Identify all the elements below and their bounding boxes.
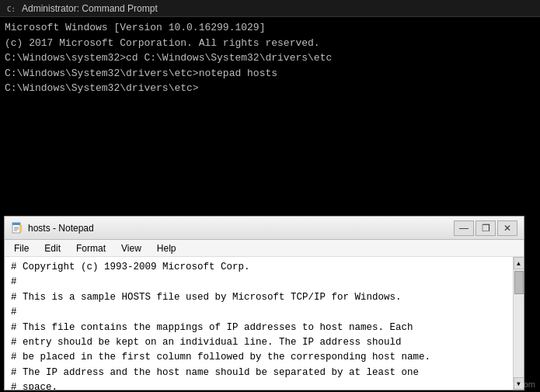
cmd-title: Administrator: Command Prompt	[22, 3, 534, 14]
svg-rect-7	[19, 225, 22, 231]
menu-item-format[interactable]: Format	[70, 241, 112, 255]
watermark: wsxdn.com	[493, 380, 535, 389]
titlebar-controls: — ❐ ✕	[454, 220, 517, 236]
minimize-button[interactable]: —	[454, 220, 474, 236]
menu-item-file[interactable]: File	[8, 241, 35, 255]
scrollbar-track	[514, 269, 524, 377]
notepad-menubar: FileEditFormatViewHelp	[5, 240, 524, 257]
maximize-button[interactable]: ❐	[476, 220, 496, 236]
notepad-line: # space.	[11, 380, 517, 390]
notepad-line: # be placed in the first column followed…	[11, 350, 517, 365]
cmd-line: Microsoft Windows [Version 10.0.16299.10…	[5, 20, 535, 36]
notepad-line: # This file contains the mappings of IP …	[11, 321, 517, 335]
menu-item-edit[interactable]: Edit	[38, 241, 67, 255]
svg-rect-3	[12, 223, 20, 225]
notepad-content[interactable]: # Copyright (c) 1993-2009 Microsoft Corp…	[5, 257, 524, 390]
scrollbar[interactable]: ▲ ▼	[513, 257, 524, 390]
menu-item-help[interactable]: Help	[151, 241, 183, 255]
notepad-line: # Copyright (c) 1993-2009 Microsoft Corp…	[11, 260, 517, 275]
cmd-line: (c) 2017 Microsoft Corporation. All righ…	[5, 36, 535, 51]
notepad-line: # The IP address and the host name shoul…	[11, 366, 517, 380]
cmd-line: C:\Windows\System32\drivers\etc>notepad …	[5, 66, 535, 82]
scrollbar-up-button[interactable]: ▲	[514, 257, 524, 269]
cmd-icon: C:	[6, 3, 17, 14]
cmd-content: Microsoft Windows [Version 10.0.16299.10…	[0, 17, 540, 213]
cmd-line: C:\Windows\System32\drivers\etc>	[5, 81, 535, 96]
notepad-window: hosts - Notepad — ❐ ✕ FileEditFormatView…	[4, 216, 524, 390]
cmd-titlebar: C: Administrator: Command Prompt	[0, 0, 540, 17]
notepad-titlebar: hosts - Notepad — ❐ ✕	[5, 217, 524, 240]
scrollbar-thumb[interactable]	[514, 271, 524, 294]
menu-item-view[interactable]: View	[115, 241, 148, 255]
notepad-line: #	[11, 305, 517, 320]
notepad-line: #	[11, 275, 517, 290]
notepad-line: # This is a sample HOSTS file used by Mi…	[11, 290, 517, 305]
notepad-icon	[11, 222, 23, 234]
notepad-line: # entry should be kept on an individual …	[11, 335, 517, 350]
svg-text:C:: C:	[7, 5, 16, 13]
cmd-window: C: Administrator: Command Prompt Microso…	[0, 0, 540, 213]
cmd-line: C:\Windows\system32>cd C:\Windows\System…	[5, 50, 535, 66]
notepad-title: hosts - Notepad	[28, 223, 454, 234]
close-button[interactable]: ✕	[497, 220, 517, 236]
